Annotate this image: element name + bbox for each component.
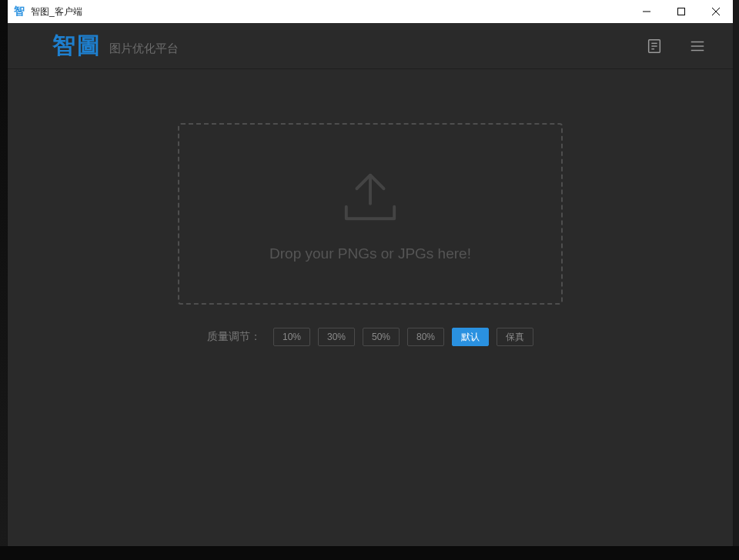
- logo-subtitle: 图片优化平台: [109, 42, 179, 56]
- logo-text: 智圖: [52, 30, 102, 62]
- quality-option-5[interactable]: 保真: [497, 328, 533, 346]
- quality-label: 质量调节：: [207, 330, 261, 344]
- titlebar[interactable]: 智 智图_客户端: [8, 0, 733, 23]
- desktop-sliver-left: [0, 0, 8, 560]
- quality-option-0[interactable]: 10%: [273, 328, 310, 346]
- desktop-sliver-right: [733, 0, 739, 560]
- content-area: Drop your PNGs or JPGs here! 质量调节： 10%30…: [8, 69, 733, 546]
- app-icon: 智: [12, 5, 26, 18]
- quality-row: 质量调节： 10%30%50%80%默认保真: [207, 328, 533, 346]
- window-title: 智图_客户端: [31, 5, 82, 18]
- taskbar-sliver: [0, 546, 739, 560]
- quality-option-3[interactable]: 80%: [407, 328, 444, 346]
- app-window: 智 智图_客户端 智圖 图片优化平台: [8, 0, 733, 546]
- svg-rect-1: [677, 8, 684, 15]
- app-body: 智圖 图片优化平台: [8, 23, 733, 546]
- app-header: 智圖 图片优化平台: [8, 23, 733, 69]
- upload-icon: [340, 168, 400, 224]
- window-controls: [629, 0, 733, 23]
- menu-icon[interactable]: [680, 29, 714, 63]
- minimize-button[interactable]: [629, 0, 664, 23]
- close-button[interactable]: [698, 0, 733, 23]
- dropzone[interactable]: Drop your PNGs or JPGs here!: [178, 123, 563, 305]
- quality-option-2[interactable]: 50%: [363, 328, 400, 346]
- maximize-button[interactable]: [664, 0, 698, 23]
- dropzone-text: Drop your PNGs or JPGs here!: [269, 245, 471, 262]
- quality-option-1[interactable]: 30%: [318, 328, 355, 346]
- quality-option-4[interactable]: 默认: [452, 328, 489, 346]
- notes-icon[interactable]: [637, 29, 671, 63]
